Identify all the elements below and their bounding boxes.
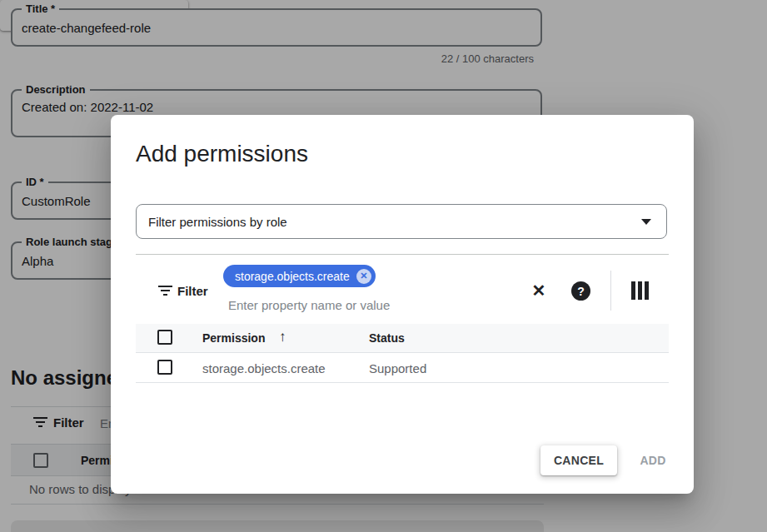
help-icon[interactable]: ? <box>571 281 590 301</box>
filter-input[interactable] <box>228 296 503 314</box>
status-column-header[interactable]: Status <box>369 331 405 345</box>
dialog-title: Add permissions <box>136 141 308 167</box>
permissions-table-header: Permission ↑ Status <box>136 324 669 353</box>
filter-permissions-by-role-dropdown[interactable]: Filter permissions by role <box>136 204 667 239</box>
role-dropdown-value: Filter permissions by role <box>148 215 287 229</box>
table-row[interactable]: storage.objects.create Supported <box>136 353 669 383</box>
filter-label: Filter <box>177 284 208 298</box>
screen: Title * create-changefeed-role 22 / 100 … <box>0 0 767 532</box>
toolbar-divider <box>610 271 611 311</box>
divider <box>136 254 669 255</box>
filter-chip-label: storage.objects.create <box>235 270 350 283</box>
add-button[interactable]: ADD <box>629 445 677 475</box>
permissions-table: Permission ↑ Status storage.objects.crea… <box>136 324 669 383</box>
cancel-button[interactable]: CANCEL <box>540 445 617 475</box>
filter-icon <box>158 286 172 296</box>
add-permissions-dialog: Add permissions Filter permissions by ro… <box>111 115 694 494</box>
select-all-checkbox[interactable] <box>157 330 172 345</box>
chevron-down-icon <box>641 219 651 225</box>
permission-column-header[interactable]: Permission <box>202 331 265 345</box>
permission-cell: storage.objects.create <box>202 361 326 375</box>
chip-close-icon[interactable]: ✕ <box>356 269 371 284</box>
column-display-options-icon[interactable] <box>631 281 649 300</box>
status-cell: Supported <box>369 361 426 375</box>
clear-filter-icon[interactable]: ✕ <box>529 281 549 301</box>
sort-ascending-icon[interactable]: ↑ <box>279 329 286 346</box>
filter-chip[interactable]: storage.objects.create ✕ <box>223 265 376 287</box>
row-checkbox[interactable] <box>157 360 172 375</box>
